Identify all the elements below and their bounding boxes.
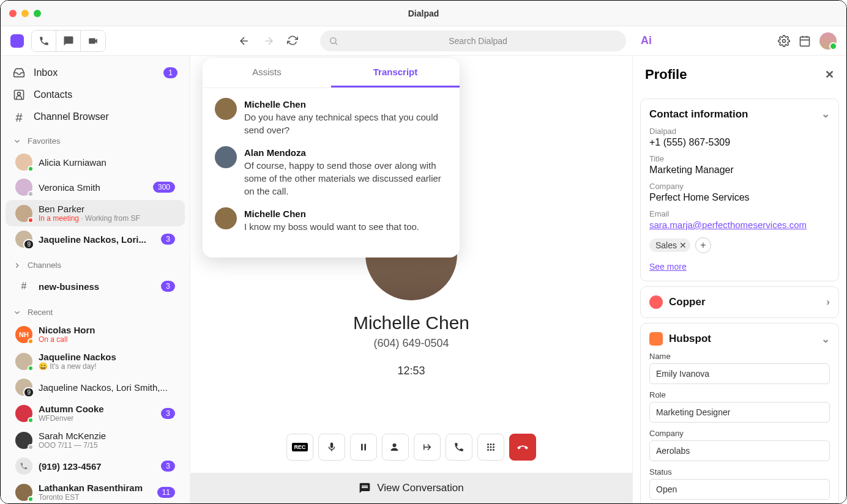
- see-more-link[interactable]: See more: [649, 262, 687, 272]
- inbox-badge: 1: [163, 67, 177, 78]
- copper-section[interactable]: Copper ›: [640, 286, 839, 318]
- hubspot-toggle[interactable]: Hubspot ⌄: [649, 332, 830, 346]
- phone-button[interactable]: [32, 31, 56, 51]
- remove-tag-icon[interactable]: ✕: [679, 240, 687, 250]
- mute-button[interactable]: [318, 434, 345, 461]
- copper-label: Copper: [669, 296, 706, 308]
- field-label: Role: [649, 390, 830, 399]
- favorites-header[interactable]: Favorites: [1, 128, 190, 149]
- close-profile-button[interactable]: ✕: [825, 68, 834, 81]
- unread-badge: 3: [161, 281, 175, 292]
- video-button[interactable]: [81, 31, 105, 51]
- minimize-window-button[interactable]: [21, 10, 29, 17]
- contact-name: Nicolas Horn: [39, 325, 95, 335]
- recent-group[interactable]: 9 Jaqueline Nackos, Lori Smith,...: [6, 375, 185, 399]
- transcript-message: Michelle ChenDo you have any technical s…: [215, 98, 447, 136]
- forward-button[interactable]: [260, 32, 277, 50]
- settings-button[interactable]: [778, 35, 790, 47]
- tag[interactable]: Sales ✕: [649, 239, 690, 252]
- tab-transcript[interactable]: Transcript: [331, 58, 460, 87]
- recent-phone[interactable]: (919) 123-4567 3: [6, 454, 185, 478]
- hubspot-status-input[interactable]: [649, 479, 830, 500]
- hubspot-role-input[interactable]: [649, 402, 830, 423]
- hubspot-label: Hubspot: [669, 333, 711, 345]
- svg-point-0: [330, 37, 336, 43]
- nav-inbox[interactable]: Inbox 1: [1, 62, 190, 84]
- favorites-label: Favorites: [28, 136, 60, 146]
- add-tag-button[interactable]: +: [695, 237, 711, 253]
- caller-phone: (604) 649-0504: [373, 337, 449, 350]
- contact-name: Ben Parker: [39, 204, 140, 214]
- hash-icon: #: [13, 111, 25, 123]
- ai-icon[interactable]: Ai: [641, 34, 652, 47]
- message-button[interactable]: [56, 31, 81, 51]
- view-conversation-button[interactable]: View Conversation: [190, 473, 632, 503]
- channel-item[interactable]: # new-business 3: [6, 274, 185, 298]
- recent-contact[interactable]: Sarah McKenzieOOO 7/11 — 7/15: [6, 427, 185, 453]
- nav-contacts[interactable]: Contacts: [1, 84, 190, 106]
- hold-button[interactable]: [350, 434, 377, 461]
- field-label: Status: [649, 467, 830, 476]
- reload-button[interactable]: [285, 32, 300, 50]
- svg-point-4: [18, 92, 21, 95]
- hubspot-company-input[interactable]: [649, 440, 830, 461]
- chevron-right-icon: ›: [826, 296, 830, 308]
- contact-info-toggle[interactable]: Contact information ⌄: [649, 108, 830, 120]
- close-window-button[interactable]: [9, 10, 17, 17]
- add-participant-button[interactable]: [382, 434, 409, 461]
- record-button[interactable]: REC: [286, 434, 313, 461]
- email-link[interactable]: sara.marja@perfecthomeservices.com: [649, 220, 830, 230]
- svg-point-15: [490, 449, 492, 451]
- contact-name: Jaqueline Nackos, Lori Smith,...: [39, 382, 168, 393]
- nav-channel-browser[interactable]: # Channel Browser: [1, 106, 190, 128]
- svg-rect-6: [364, 444, 366, 451]
- channels-header[interactable]: Channels: [1, 252, 190, 273]
- dialpad-button[interactable]: [477, 434, 504, 461]
- chevron-down-icon: ⌄: [821, 333, 830, 346]
- end-call-button[interactable]: [509, 434, 536, 461]
- chevron-down-icon: ⌄: [821, 108, 830, 120]
- transfer-button[interactable]: [414, 434, 441, 461]
- field-label: Dialpad: [649, 127, 830, 136]
- view-conversation-label: View Conversation: [377, 482, 463, 494]
- field-label: Title: [649, 154, 830, 163]
- favorite-contact-active[interactable]: Ben Parker In a meeting · Working from S…: [6, 200, 185, 226]
- unread-badge: 300: [153, 182, 175, 193]
- hubspot-name-input[interactable]: [649, 363, 830, 384]
- favorite-group[interactable]: 9 Jaqueline Nackos, Lori... 3: [6, 227, 185, 251]
- comm-button-group: [31, 30, 106, 52]
- inbox-icon: [13, 67, 25, 79]
- unread-badge: 3: [161, 461, 175, 472]
- contact-name: Alicia Kurniawan: [39, 157, 106, 168]
- recent-contact[interactable]: NH Nicolas HornOn a call: [6, 321, 185, 347]
- back-button[interactable]: [236, 32, 253, 50]
- copper-icon: [649, 295, 663, 309]
- search-placeholder: Search Dialpad: [338, 36, 618, 46]
- maximize-window-button[interactable]: [34, 10, 41, 17]
- favorite-contact[interactable]: Alicia Kurniawan: [6, 150, 185, 174]
- group-count: 9: [23, 387, 34, 398]
- traffic-lights: [9, 10, 41, 17]
- field-label: Name: [649, 352, 830, 361]
- recent-contact[interactable]: Jaqueline Nackos😄 It's a new day!: [6, 348, 185, 374]
- avatar: [15, 405, 32, 422]
- recent-contact[interactable]: Lathankan RasenthiramToronto EST 11: [6, 479, 185, 503]
- call-options-button[interactable]: [446, 434, 472, 461]
- calendar-button[interactable]: [799, 35, 811, 47]
- svg-point-9: [490, 443, 492, 445]
- avatar: [15, 179, 32, 196]
- user-avatar[interactable]: [819, 32, 837, 50]
- sidebar: Inbox 1 Contacts # Channel Browser Favor…: [1, 56, 190, 503]
- recent-header[interactable]: Recent: [1, 299, 190, 321]
- avatar: [15, 484, 32, 501]
- chevron-down-icon: [13, 308, 21, 317]
- search-input[interactable]: Search Dialpad: [320, 31, 626, 51]
- field-label: Company: [649, 182, 830, 191]
- recent-contact[interactable]: Autumn CookeWFDenver 3: [6, 400, 185, 426]
- contact-name: Veronica Smith: [39, 182, 100, 193]
- avatar: [15, 432, 32, 449]
- unread-badge: 3: [161, 408, 175, 419]
- tab-assists[interactable]: Assists: [203, 58, 331, 87]
- profile-panel: Profile ✕ Contact information ⌄ Dialpad …: [632, 56, 846, 503]
- favorite-contact[interactable]: Veronica Smith 300: [6, 175, 185, 199]
